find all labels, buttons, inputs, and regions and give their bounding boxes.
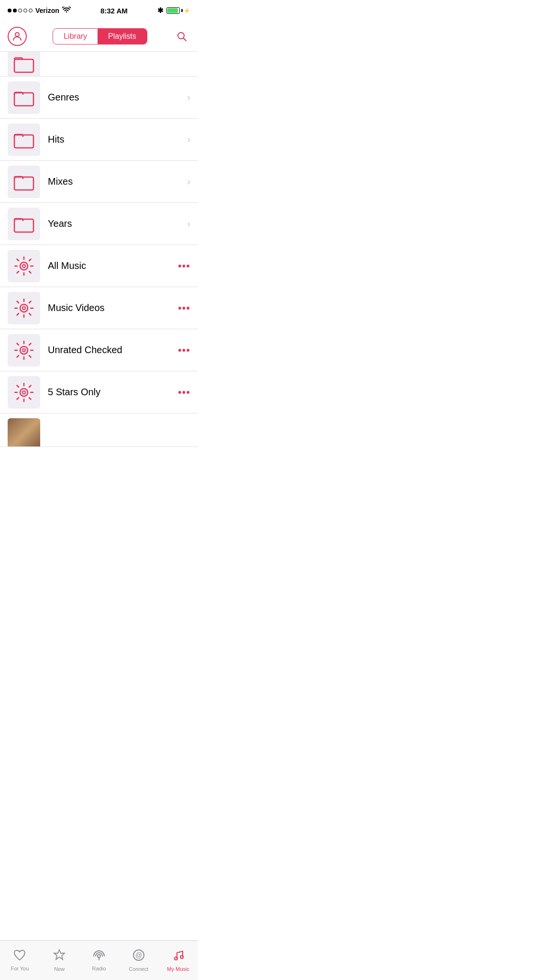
bluetooth-icon: ✱ bbox=[157, 6, 164, 15]
status-right: ✱ ⚡ bbox=[157, 6, 190, 15]
svg-point-9 bbox=[22, 265, 25, 267]
partial-bottom-item[interactable] bbox=[0, 413, 198, 447]
all-music-icon bbox=[8, 250, 40, 282]
dot-3 bbox=[18, 9, 22, 12]
list-item-5-stars[interactable]: 5 Stars Only ••• bbox=[0, 371, 198, 413]
svg-point-18 bbox=[20, 304, 28, 312]
svg-point-19 bbox=[22, 307, 25, 310]
svg-line-2 bbox=[184, 38, 187, 41]
dot-4 bbox=[23, 9, 27, 12]
5-stars-icon bbox=[8, 376, 40, 409]
svg-point-0 bbox=[15, 33, 19, 36]
all-music-label: All Music bbox=[48, 260, 174, 271]
list-item-genres[interactable]: Genres › bbox=[0, 77, 198, 119]
years-chevron: › bbox=[187, 218, 190, 229]
genres-label: Genres bbox=[48, 92, 183, 103]
battery-indicator: ⚡ bbox=[166, 7, 190, 14]
status-left: Verizon bbox=[8, 7, 71, 15]
svg-line-47 bbox=[17, 398, 19, 400]
5-stars-label: 5 Stars Only bbox=[48, 387, 174, 398]
svg-line-27 bbox=[17, 313, 19, 315]
battery-fill bbox=[167, 8, 178, 13]
mixes-icon bbox=[8, 166, 40, 198]
svg-rect-4 bbox=[14, 93, 33, 106]
svg-rect-7 bbox=[14, 219, 33, 232]
svg-line-34 bbox=[17, 343, 19, 345]
svg-line-15 bbox=[29, 271, 31, 273]
svg-line-26 bbox=[29, 301, 31, 303]
unrated-checked-label: Unrated Checked bbox=[48, 345, 174, 356]
svg-line-36 bbox=[29, 343, 31, 345]
signal-dots bbox=[8, 9, 33, 12]
genres-chevron: › bbox=[187, 92, 190, 103]
status-time: 8:32 AM bbox=[100, 7, 128, 15]
svg-rect-6 bbox=[14, 177, 33, 190]
search-button[interactable] bbox=[173, 28, 190, 45]
all-music-ellipsis[interactable]: ••• bbox=[178, 260, 190, 272]
hits-label: Hits bbox=[48, 134, 183, 145]
dot-2 bbox=[13, 9, 17, 12]
dot-1 bbox=[8, 9, 11, 12]
list-item-unrated-checked[interactable]: Unrated Checked ••• bbox=[0, 329, 198, 371]
svg-rect-5 bbox=[14, 135, 33, 148]
partial-top-item[interactable] bbox=[0, 52, 198, 77]
music-videos-label: Music Videos bbox=[48, 302, 174, 313]
partial-thumb-bg bbox=[8, 418, 40, 447]
svg-line-44 bbox=[17, 385, 19, 387]
svg-line-45 bbox=[29, 398, 31, 400]
mixes-chevron: › bbox=[187, 176, 190, 187]
svg-point-28 bbox=[20, 346, 28, 354]
charging-icon: ⚡ bbox=[184, 8, 190, 14]
5-stars-ellipsis[interactable]: ••• bbox=[178, 386, 190, 399]
battery-body bbox=[166, 7, 180, 14]
music-videos-ellipsis[interactable]: ••• bbox=[178, 302, 190, 314]
svg-point-29 bbox=[22, 349, 25, 352]
battery-tip bbox=[181, 9, 183, 12]
svg-line-25 bbox=[29, 313, 31, 315]
list-item-years[interactable]: Years › bbox=[0, 203, 198, 245]
playlists-tab[interactable]: Playlists bbox=[98, 29, 147, 44]
svg-rect-3 bbox=[14, 59, 33, 72]
svg-point-39 bbox=[22, 391, 25, 394]
music-videos-icon bbox=[8, 292, 40, 324]
svg-point-38 bbox=[20, 389, 28, 396]
list-item-hits[interactable]: Hits › bbox=[0, 119, 198, 161]
partial-top-icon bbox=[8, 52, 40, 77]
tab-switcher: Library Playlists bbox=[53, 28, 147, 45]
list-item-mixes[interactable]: Mixes › bbox=[0, 161, 198, 203]
svg-line-17 bbox=[17, 271, 19, 273]
list-item-music-videos[interactable]: Music Videos ••• bbox=[0, 287, 198, 329]
genres-icon bbox=[8, 81, 40, 114]
dot-5 bbox=[29, 9, 33, 12]
carrier-label: Verizon bbox=[35, 7, 59, 14]
hits-chevron: › bbox=[187, 134, 190, 145]
status-bar: Verizon 8:32 AM ✱ ⚡ bbox=[0, 0, 198, 21]
partial-album-thumb bbox=[8, 418, 40, 447]
svg-line-14 bbox=[17, 259, 19, 261]
svg-point-8 bbox=[20, 262, 28, 270]
unrated-checked-icon bbox=[8, 334, 40, 367]
svg-line-24 bbox=[17, 301, 19, 303]
nav-bar: Library Playlists bbox=[0, 21, 198, 52]
wifi-icon bbox=[62, 7, 71, 15]
list-item-all-music[interactable]: All Music ••• bbox=[0, 245, 198, 287]
hits-icon bbox=[8, 123, 40, 156]
svg-line-35 bbox=[29, 356, 31, 357]
library-tab[interactable]: Library bbox=[53, 29, 98, 44]
unrated-checked-ellipsis[interactable]: ••• bbox=[178, 344, 190, 356]
list-container: Genres › Hits › Mixes › bbox=[0, 52, 198, 487]
svg-line-37 bbox=[17, 356, 19, 357]
years-label: Years bbox=[48, 218, 183, 229]
mixes-label: Mixes bbox=[48, 176, 183, 187]
years-icon bbox=[8, 208, 40, 240]
svg-line-16 bbox=[29, 259, 31, 261]
svg-line-46 bbox=[29, 385, 31, 387]
profile-button[interactable] bbox=[8, 27, 27, 46]
